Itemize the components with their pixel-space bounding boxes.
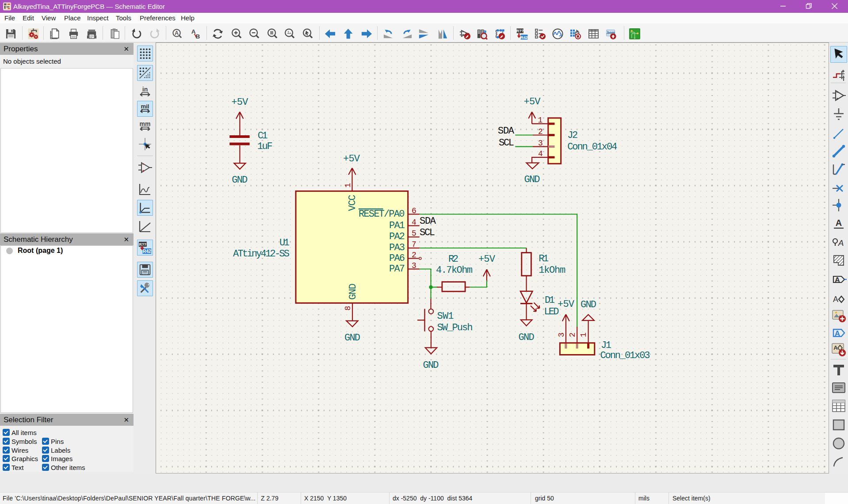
svg-text:2: 2 [538, 127, 543, 136]
svg-text:1: 1 [580, 332, 588, 337]
svg-text:8: 8 [344, 306, 352, 311]
svg-text:GND: GND [344, 332, 360, 344]
svg-text:7: 7 [412, 240, 416, 249]
svg-text:GND: GND [581, 299, 596, 310]
svg-text:Conn_01x03: Conn_01x03 [600, 350, 650, 361]
svg-text:A: A [836, 218, 842, 228]
svg-text:J2: J2 [567, 130, 578, 141]
svg-text:D1: D1 [545, 295, 555, 306]
svg-text:mm: mm [140, 120, 151, 127]
svg-text:6: 6 [412, 206, 416, 215]
svg-text:U1: U1 [279, 237, 290, 248]
svg-text:Conn_01x04: Conn_01x04 [567, 141, 617, 153]
svg-text:SCL: SCL [420, 227, 435, 238]
svg-text:SW_Push: SW_Push [437, 322, 473, 333]
svg-text:+5V: +5V [478, 254, 496, 265]
svg-text:GND: GND [519, 332, 535, 343]
svg-text:LED: LED [544, 306, 559, 317]
svg-text:3: 3 [557, 332, 566, 337]
svg-text:4.7kOhm: 4.7kOhm [436, 265, 473, 276]
svg-text:PA1: PA1 [389, 220, 405, 231]
svg-text:R42: R42 [520, 35, 528, 40]
svg-text:SW1: SW1 [437, 311, 454, 322]
svg-text:A: A [838, 238, 844, 248]
svg-text:C1: C1 [258, 130, 268, 141]
svg-text:A: A [833, 295, 838, 304]
svg-text:GND: GND [348, 283, 359, 300]
svg-text:2: 2 [412, 251, 416, 260]
svg-text:RESET/PA0: RESET/PA0 [359, 209, 405, 220]
svg-text:A: A [175, 30, 179, 36]
svg-text:VCC: VCC [347, 195, 358, 211]
svg-text:PA2: PA2 [389, 231, 405, 242]
svg-text:A: A [833, 344, 838, 351]
svg-text:1: 1 [344, 183, 352, 188]
svg-text:1kOhm: 1kOhm [539, 265, 565, 276]
svg-text:GND: GND [423, 360, 439, 371]
svg-text:A: A [835, 329, 840, 338]
svg-text:A: A [835, 276, 840, 284]
svg-text:4: 4 [412, 218, 416, 227]
svg-text:4: 4 [538, 149, 543, 158]
svg-text:2: 2 [568, 332, 577, 337]
svg-text:1: 1 [538, 116, 543, 125]
svg-text:R1: R1 [539, 253, 549, 264]
svg-text:SDA: SDA [498, 126, 515, 137]
svg-text:mil: mil [141, 103, 149, 110]
svg-text:5: 5 [412, 229, 416, 238]
svg-text:ATtiny412-SS: ATtiny412-SS [233, 248, 290, 260]
svg-text:SCL: SCL [499, 137, 514, 149]
svg-text:R42: R42 [143, 249, 151, 254]
svg-text:GND: GND [232, 175, 248, 186]
svg-text:SDA: SDA [420, 216, 436, 227]
svg-text:R2: R2 [448, 254, 458, 265]
svg-text:GND: GND [524, 174, 540, 185]
svg-text:A: A [191, 28, 196, 35]
svg-text:PA6: PA6 [389, 253, 405, 264]
svg-text:in: in [142, 86, 148, 93]
svg-text:+5V: +5V [343, 153, 360, 164]
svg-text:PA3: PA3 [389, 242, 405, 253]
svg-text:3: 3 [538, 139, 543, 148]
svg-text:+5V: +5V [558, 299, 575, 310]
svg-text:PA7: PA7 [389, 263, 405, 275]
svg-text:R??: R?? [516, 29, 524, 33]
svg-text:3: 3 [412, 261, 416, 270]
svg-text:+5V: +5V [524, 96, 541, 107]
svg-text:1uF: 1uF [257, 141, 273, 152]
svg-text:J1: J1 [601, 340, 611, 351]
svg-text:+5V: +5V [231, 97, 248, 108]
